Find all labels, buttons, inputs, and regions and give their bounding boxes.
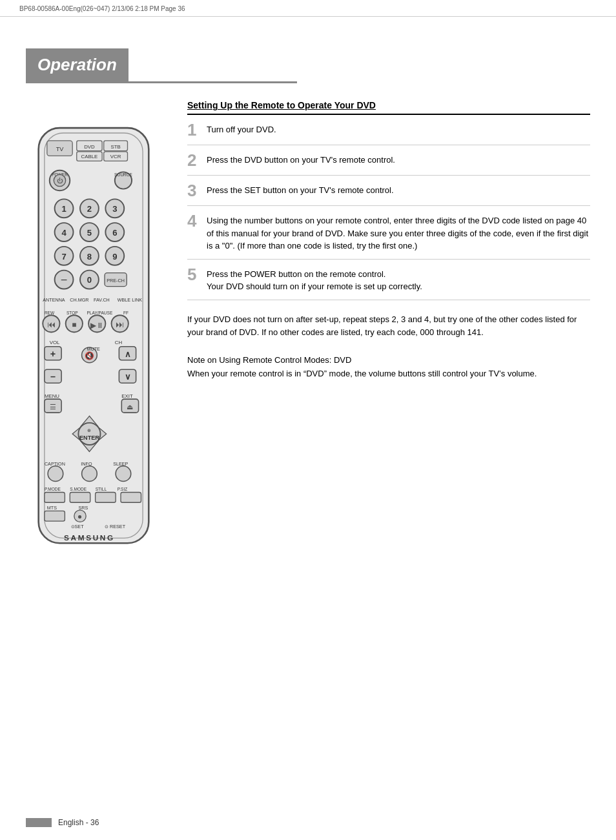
svg-text:REW: REW [45,311,55,315]
instructions-area: Setting Up the Remote to Operate Your DV… [187,100,590,381]
svg-text:▶⏸: ▶⏸ [90,321,104,330]
svg-text:5: 5 [87,228,92,238]
svg-text:⏺: ⏺ [77,514,83,520]
svg-text:SOURCE: SOURCE [114,172,133,177]
svg-text:9: 9 [112,252,117,261]
step-text: Press the POWER button on the remote con… [207,266,590,293]
svg-text:DVD: DVD [84,144,95,150]
step-item: 1Turn off your DVD. [187,115,590,145]
svg-point-89 [116,466,131,482]
svg-text:CABLE: CABLE [81,154,98,159]
svg-text:∧: ∧ [125,349,131,359]
svg-text:INFO: INFO [81,461,92,467]
step-item: 4Using the number buttons on your remote… [187,206,590,260]
step-number: 3 [187,182,207,199]
svg-text:CH.MGR: CH.MGR [70,297,88,303]
svg-text:–: – [61,274,67,285]
setting-title: Setting Up the Remote to Operate Your DV… [187,100,590,115]
svg-text:SRS: SRS [78,505,88,511]
step-text: Turn off your DVD. [207,121,590,136]
svg-text:⊙SET: ⊙SET [71,524,85,529]
step-item: 5Press the POWER button on the remote co… [187,260,590,300]
footer-bar [26,818,52,827]
svg-text:PLAY/PAUSE: PLAY/PAUSE [87,311,113,315]
svg-text:∨: ∨ [125,372,131,382]
title-underline [26,81,297,83]
svg-text:+: + [50,349,56,359]
note-section: If your DVD does not turn on after set-u… [187,313,590,340]
extra-note-text: Note on Using Remote Control Modes: DVD … [187,355,537,378]
svg-text:7: 7 [61,252,66,261]
svg-text:1: 1 [61,204,66,214]
svg-text:⏻: ⏻ [57,178,63,184]
svg-text:S.MODE: S.MODE [70,487,87,491]
svg-rect-94 [45,493,65,503]
svg-text:VOL: VOL [50,340,60,345]
header-text: BP68-00586A-00Eng(026~047) 2/13/06 2:18 … [19,5,185,12]
svg-text:CH: CH [115,340,123,345]
svg-text:STOP: STOP [67,311,78,315]
svg-point-87 [48,466,63,482]
step-number: 5 [187,266,207,283]
svg-text:6: 6 [112,228,117,238]
svg-text:ANTENNA: ANTENNA [43,297,65,303]
svg-text:MTS: MTS [47,505,57,511]
svg-text:STB: STB [110,144,120,150]
svg-text:VCR: VCR [110,154,121,159]
svg-text:–: – [50,371,56,382]
svg-text:WBLE LINK: WBLE LINK [118,297,143,303]
svg-text:⊕: ⊕ [87,427,91,433]
footer-text: English - 36 [58,818,99,827]
remote-area: TV DVD STB CABLE VCR POWER ⏻ SOURCE 1 2 … [26,119,168,562]
svg-rect-95 [70,493,90,503]
step-text: Press the DVD button on your TV's remote… [207,152,590,167]
svg-text:🔇: 🔇 [85,351,94,360]
svg-text:2: 2 [87,204,92,214]
note-text: If your DVD does not turn on after set-u… [187,314,577,338]
svg-text:■: ■ [72,320,76,329]
svg-text:4: 4 [61,228,67,238]
step-item: 2Press the DVD button on your TV's remot… [187,145,590,176]
svg-text:EXIT: EXIT [121,393,133,399]
svg-rect-97 [121,493,141,503]
svg-text:STILL: STILL [96,487,107,491]
svg-text:P.SIZ: P.SIZ [118,487,128,491]
page-title: Operation [37,55,117,74]
step-text: Using the number buttons on your remote … [207,212,590,252]
svg-text:ENTER: ENTER [79,435,99,441]
step-number: 2 [187,152,207,169]
step-number: 1 [187,121,207,138]
svg-text:⏭: ⏭ [116,320,124,329]
steps-container: 1Turn off your DVD.2Press the DVD button… [187,115,590,300]
svg-text:0: 0 [87,275,92,285]
step-number: 4 [187,212,207,229]
title-section: Operation [26,48,297,83]
svg-text:3: 3 [112,204,117,214]
svg-rect-96 [96,493,116,503]
svg-text:TV: TV [56,146,65,152]
step-item: 3Press the SET button on your TV's remot… [187,176,590,206]
svg-text:FF: FF [123,311,128,315]
remote-control-image: TV DVD STB CABLE VCR POWER ⏻ SOURCE 1 2 … [26,119,161,560]
extra-note-section: Note on Using Remote Control Modes: DVD … [187,354,590,381]
main-content: TV DVD STB CABLE VCR POWER ⏻ SOURCE 1 2 … [26,100,590,801]
svg-text:P.MODE: P.MODE [45,487,61,491]
svg-text:MENU: MENU [45,393,59,399]
svg-point-88 [82,466,98,482]
svg-text:SLEEP: SLEEP [113,461,128,467]
svg-text:8: 8 [87,252,92,261]
svg-point-81 [78,423,100,445]
page-header: BP68-00586A-00Eng(026~047) 2/13/06 2:18 … [0,5,616,17]
svg-rect-100 [45,511,65,521]
svg-text:☰: ☰ [50,403,56,411]
svg-text:⏏: ⏏ [127,403,133,411]
svg-text:FAV.CH: FAV.CH [94,297,110,303]
svg-text:⊙ RESET: ⊙ RESET [105,524,126,529]
svg-text:⏮: ⏮ [47,320,56,329]
step-text: Press the SET button on your TV's remote… [207,182,590,197]
svg-text:PRE-CH: PRE-CH [107,278,125,283]
title-box: Operation [26,48,128,81]
svg-text:SAMSUNG: SAMSUNG [64,533,115,542]
page-footer: English - 36 [26,818,99,827]
